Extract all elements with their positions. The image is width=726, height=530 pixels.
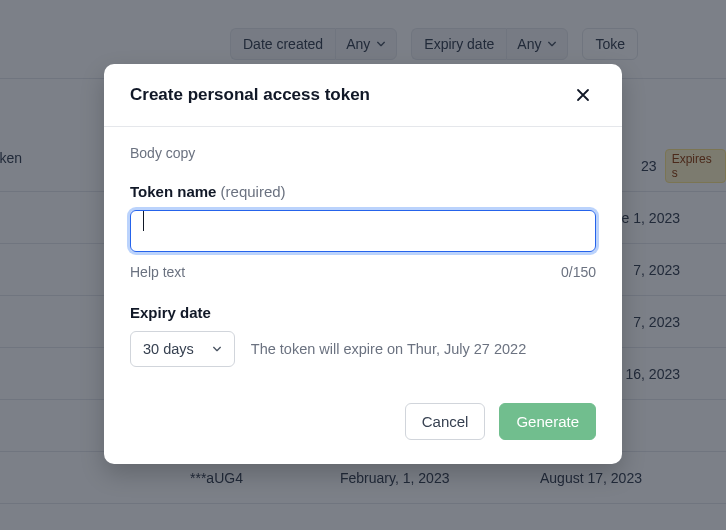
expiry-select[interactable]: 30 days	[130, 331, 235, 367]
modal-footer: Cancel Generate	[104, 399, 622, 464]
cancel-button[interactable]: Cancel	[405, 403, 486, 440]
modal-body: Body copy Token name (required) Help tex…	[104, 127, 622, 399]
text-caret	[143, 211, 144, 231]
token-name-counter: 0/150	[561, 264, 596, 280]
expiry-row: 30 days The token will expire on Thur, J…	[130, 331, 596, 367]
token-name-help-text: Help text	[130, 264, 185, 280]
close-icon	[574, 86, 592, 104]
token-name-input[interactable]	[130, 210, 596, 252]
chevron-down-icon	[212, 344, 222, 354]
expiry-label: Expiry date	[130, 304, 596, 321]
modal-header: Create personal access token	[104, 64, 622, 127]
create-token-modal: Create personal access token Body copy T…	[104, 64, 622, 464]
expiry-note: The token will expire on Thur, July 27 2…	[251, 341, 526, 357]
expiry-select-value: 30 days	[143, 341, 194, 357]
body-copy: Body copy	[130, 145, 596, 161]
modal-title: Create personal access token	[130, 85, 370, 105]
token-name-help-row: Help text 0/150	[130, 264, 596, 280]
token-name-label: Token name (required)	[130, 183, 596, 200]
close-button[interactable]	[570, 82, 596, 108]
token-name-required: (required)	[221, 183, 286, 200]
token-name-label-text: Token name	[130, 183, 216, 200]
modal-overlay: Create personal access token Body copy T…	[0, 0, 726, 530]
generate-button[interactable]: Generate	[499, 403, 596, 440]
